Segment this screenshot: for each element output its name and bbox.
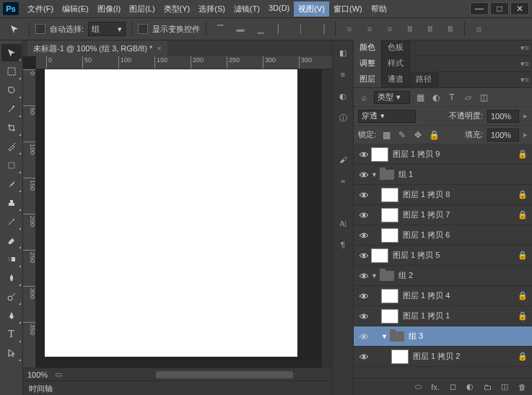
distribute-top-icon[interactable]: ≡ (341, 22, 357, 36)
magic-wand-tool[interactable] (1, 100, 22, 118)
filter-smart-icon[interactable]: ◫ (478, 92, 489, 103)
menu-7[interactable]: 3D(D) (264, 1, 294, 17)
distribute-bottom-icon[interactable]: ≡ (382, 22, 398, 36)
layer-row[interactable]: 图层 1 拷贝 2🔒 (354, 347, 532, 367)
timeline-panel[interactable]: 时间轴 (23, 381, 332, 395)
menu-5[interactable]: 选择(S) (194, 1, 230, 17)
new-group-icon[interactable]: 🗀 (481, 383, 493, 391)
lock-icon[interactable]: 🔒 (518, 291, 532, 300)
vertical-scrollbar[interactable] (322, 69, 332, 368)
menu-0[interactable]: 文件(F) (23, 1, 58, 17)
tab-swatches[interactable]: 色板 (382, 40, 410, 56)
brush-panel-icon[interactable]: 🖌 (335, 152, 351, 168)
menu-1[interactable]: 编辑(E) (58, 1, 93, 17)
layer-row[interactable]: 图层 1 拷贝 6 (354, 225, 532, 246)
tab-color[interactable]: 颜色 (354, 40, 382, 56)
align-vcenter-icon[interactable]: ▬ (232, 22, 248, 36)
align-right-icon[interactable]: ▕ (313, 22, 329, 36)
menu-9[interactable]: 窗口(W) (329, 1, 367, 17)
info-panel-icon[interactable]: ⓘ (335, 110, 351, 126)
tab-adjustments[interactable]: 调整 (354, 56, 382, 71)
distribute-left-icon[interactable]: Ⅲ (402, 22, 418, 36)
stamp-tool[interactable] (1, 194, 22, 212)
healing-tool[interactable] (1, 157, 22, 174)
close-tab-icon[interactable]: × (157, 44, 161, 53)
paragraph-icon[interactable]: ¶ (335, 237, 351, 253)
distribute-vcenter-icon[interactable]: ≡ (362, 22, 378, 36)
visibility-toggle[interactable] (357, 333, 371, 340)
visibility-toggle[interactable] (357, 171, 371, 178)
menu-3[interactable]: 图层(L) (125, 1, 159, 17)
maximize-button[interactable]: □ (490, 2, 509, 15)
new-layer-icon[interactable]: ◫ (499, 382, 510, 391)
distribute-hcenter-icon[interactable]: Ⅲ (422, 22, 438, 36)
layer-group-row[interactable]: ▼组 2 (354, 266, 532, 286)
layer-mask-icon[interactable]: ◻ (447, 382, 458, 391)
filter-dropdown[interactable]: 类型 ▾ (374, 91, 410, 104)
distribute-right-icon[interactable]: Ⅲ (442, 22, 458, 36)
lock-icon[interactable]: 🔒 (518, 251, 532, 260)
link-layers-icon[interactable]: ⬭ (412, 382, 424, 391)
eyedropper-tool[interactable] (1, 138, 22, 155)
visibility-toggle[interactable] (357, 191, 371, 199)
blur-tool[interactable] (1, 269, 22, 287)
layer-row[interactable]: 图层 1 拷贝 7🔒 (354, 205, 532, 225)
marquee-tool[interactable] (1, 63, 22, 80)
new-fill-icon[interactable]: ◐ (464, 382, 476, 391)
zoom-slider-icon[interactable]: ▭ (55, 370, 62, 379)
lock-all-icon[interactable]: 🔒 (428, 129, 440, 141)
panel-menu-icon[interactable]: ▾≡ (520, 59, 529, 69)
crop-tool[interactable] (1, 119, 22, 136)
layer-row[interactable]: 图层 1 拷贝 1🔒 (354, 306, 532, 326)
menu-6[interactable]: 滤镜(T) (230, 1, 264, 17)
panel-menu-icon[interactable]: ▾≡ (520, 75, 529, 84)
chevron-down-icon[interactable]: ▸ (523, 130, 528, 139)
align-left-icon[interactable]: ▏ (273, 22, 289, 36)
delete-layer-icon[interactable]: 🗑 (516, 383, 528, 391)
chevron-down-icon[interactable]: ▸ (523, 111, 528, 121)
lock-pixels-icon[interactable]: ✎ (396, 129, 408, 141)
lock-icon[interactable]: 🔒 (518, 190, 532, 199)
3d-mode-icon[interactable]: ⧈ (471, 22, 487, 36)
lock-transparent-icon[interactable]: ▩ (380, 129, 392, 141)
tab-channels[interactable]: 通道 (382, 71, 410, 87)
layer-fx-icon[interactable]: fx. (429, 383, 441, 391)
menu-8[interactable]: 视图(V) (294, 1, 329, 17)
canvas[interactable] (36, 69, 322, 368)
pen-tool[interactable] (1, 307, 22, 324)
filter-shape-icon[interactable]: ▱ (462, 92, 474, 103)
opacity-input[interactable]: 100% (487, 110, 519, 123)
blend-mode-dropdown[interactable]: 穿透 ▾ (358, 110, 416, 123)
filter-type-icon[interactable]: T (446, 92, 458, 103)
auto-select-checkbox[interactable] (35, 24, 45, 34)
visibility-toggle[interactable] (357, 212, 371, 219)
close-button[interactable]: ✕ (510, 2, 529, 15)
dodge-tool[interactable] (1, 288, 22, 305)
type-tool[interactable]: T (1, 326, 22, 343)
visibility-toggle[interactable] (357, 313, 371, 320)
expand-arrow-icon[interactable]: ▼ (371, 171, 380, 178)
lock-position-icon[interactable]: ✥ (412, 129, 424, 141)
brush-tool[interactable] (1, 175, 22, 193)
filter-adjust-icon[interactable]: ◐ (430, 92, 442, 103)
lock-icon[interactable]: 🔒 (518, 149, 532, 159)
visibility-toggle[interactable] (357, 232, 371, 239)
lasso-tool[interactable] (1, 82, 22, 99)
tab-styles[interactable]: 样式 (382, 56, 410, 71)
layer-row[interactable]: 图层 1 拷贝 9🔒 (354, 144, 532, 165)
path-select-tool[interactable] (1, 344, 22, 362)
history-brush-tool[interactable] (1, 213, 22, 230)
expand-arrow-icon[interactable]: ▼ (381, 333, 390, 340)
align-top-icon[interactable]: ▔ (212, 22, 228, 36)
transform-checkbox[interactable] (138, 24, 148, 34)
lock-icon[interactable]: 🔒 (518, 210, 532, 220)
layer-group-row[interactable]: ▼组 3 (354, 326, 532, 347)
layer-row[interactable]: 图层 1 拷贝 4🔒 (354, 286, 532, 306)
eraser-tool[interactable] (1, 232, 22, 249)
fill-input[interactable]: 100% (487, 129, 519, 142)
character-panel-icon[interactable]: ◐ (335, 88, 351, 104)
search-icon[interactable]: ⌕ (358, 92, 370, 103)
menu-4[interactable]: 类型(Y) (160, 1, 195, 17)
brush-presets-icon[interactable]: ≈ (335, 173, 351, 189)
lock-icon[interactable]: 🔒 (518, 352, 532, 361)
